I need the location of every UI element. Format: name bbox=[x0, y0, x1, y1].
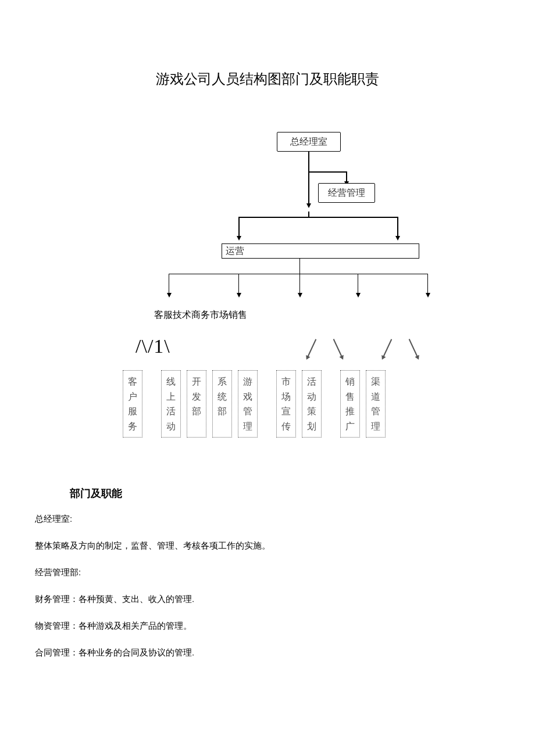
arrow-down-icon bbox=[306, 203, 311, 208]
connector-line bbox=[397, 217, 398, 238]
paragraph: 经营管理部: bbox=[35, 565, 500, 579]
leaf-box: 系统部 bbox=[212, 370, 232, 438]
diagonal-arrow-icon bbox=[383, 339, 392, 357]
connector-line bbox=[169, 274, 169, 295]
connector-line bbox=[238, 217, 398, 218]
box-management: 经营管理 bbox=[318, 183, 375, 203]
paragraph: 整体策略及方向的制定，监督、管理、考核各项工作的实施。 bbox=[35, 539, 500, 553]
arrow-down-icon bbox=[167, 293, 172, 298]
section-heading: 部门及职能 bbox=[70, 486, 500, 500]
connector-line bbox=[358, 274, 358, 295]
connector-line bbox=[308, 184, 309, 205]
leaf-box: 渠道管理 bbox=[366, 370, 386, 438]
leaf-boxes-row: 客户服务 线上活动 开发部 系统部 游戏管理 市场宣传 活动策划 销售推广 渠道… bbox=[123, 370, 386, 438]
arrow-down-icon bbox=[426, 293, 430, 298]
paragraph: 总经理室: bbox=[35, 512, 500, 526]
box-operations: 运营 bbox=[222, 243, 419, 259]
mid-level-labels: 客服技术商务市场销售 bbox=[154, 309, 247, 321]
content-body: 总经理室: 整体策略及方向的制定，监督、管理、考核各项工作的实施。 经营管理部:… bbox=[35, 512, 500, 660]
org-chart: 总经理室 经营管理 运营 客服技术商务市场销售 /\/1\ 客户服务 线上活动 … bbox=[125, 132, 451, 463]
box-ceo-office: 总经理室 bbox=[277, 132, 341, 152]
leaf-box: 活动策划 bbox=[302, 370, 322, 438]
connector-line bbox=[238, 217, 240, 238]
arrow-down-icon bbox=[395, 236, 400, 241]
arrow-down-icon bbox=[298, 293, 302, 298]
connector-line bbox=[299, 259, 300, 274]
page-title: 游戏公司人员结构图部门及职能职责 bbox=[35, 70, 500, 88]
connector-line bbox=[308, 171, 347, 173]
slash-arrows-text: /\/1\ bbox=[135, 335, 170, 357]
arrow-down-icon bbox=[237, 236, 241, 241]
paragraph: 合同管理：各种业务的合同及协议的管理. bbox=[35, 646, 500, 660]
leaf-box: 市场宣传 bbox=[276, 370, 296, 438]
diagonal-arrow-icon bbox=[333, 339, 343, 357]
connector-line bbox=[169, 274, 427, 274]
connector-line bbox=[299, 274, 300, 295]
leaf-box: 开发部 bbox=[187, 370, 206, 438]
paragraph: 财务管理：各种预黄、支出、收入的管理. bbox=[35, 592, 500, 606]
leaf-box: 游戏管理 bbox=[238, 370, 258, 438]
arrow-down-icon bbox=[237, 293, 241, 298]
leaf-box: 销售推广 bbox=[340, 370, 360, 438]
leaf-box: 客户服务 bbox=[123, 370, 142, 438]
paragraph: 物资管理：各种游戏及相关产品的管理。 bbox=[35, 619, 500, 633]
diagonal-arrow-icon bbox=[409, 339, 418, 357]
diagonal-arrow-icon bbox=[307, 339, 316, 357]
connector-line bbox=[238, 274, 239, 295]
connector-line bbox=[427, 274, 428, 295]
leaf-box: 线上活动 bbox=[161, 370, 181, 438]
arrow-down-icon bbox=[356, 293, 361, 298]
connector-line bbox=[308, 152, 309, 184]
